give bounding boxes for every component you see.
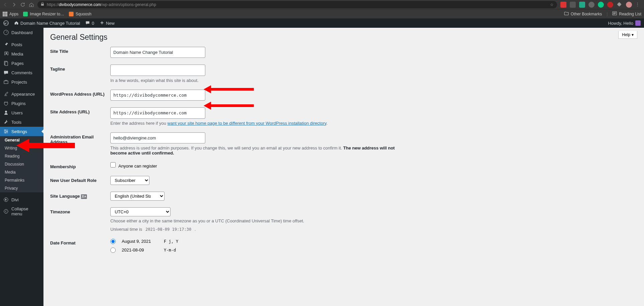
admin-email-desc: This address is used for admin purposes.… [110, 145, 411, 156]
submenu-reading[interactable]: Reading [0, 152, 43, 160]
bookmarks-bar: Apps Image Resizer to… Squoosh Other Boo… [0, 9, 644, 18]
date-format-radio-1[interactable] [110, 239, 116, 244]
star-icon[interactable]: ☆ [550, 2, 554, 7]
sidebar-settings[interactable]: Settings [0, 127, 43, 136]
date-format-opt1-code: F j, Y [162, 238, 180, 244]
membership-checkbox[interactable] [110, 162, 116, 168]
page-icon [3, 61, 9, 66]
submenu-discussion[interactable]: Discussion [0, 160, 43, 168]
home-button[interactable] [29, 2, 34, 7]
comments-link[interactable]: 0 [85, 20, 94, 26]
timezone-label: Timezone [50, 207, 110, 214]
submenu-general[interactable]: General [0, 136, 43, 144]
comment-icon [3, 70, 9, 75]
brush-icon [3, 91, 9, 97]
sidebar-comments[interactable]: Comments [0, 68, 43, 77]
reading-list[interactable]: Reading List [612, 11, 641, 16]
pin-icon [3, 42, 9, 47]
site-title-label: Site Title [50, 47, 110, 54]
reload-button[interactable] [20, 2, 25, 7]
user-icon [3, 110, 9, 115]
apps-button[interactable]: Apps [3, 12, 18, 16]
wp-logo[interactable] [3, 20, 9, 26]
extension-icon[interactable] [579, 2, 585, 8]
bookmark-squoosh[interactable]: Squoosh [69, 12, 91, 16]
language-select[interactable]: English (United States) [110, 192, 165, 201]
site-url-label: Site Address (URL) [50, 107, 110, 114]
dashboard-icon [3, 30, 9, 35]
sidebar-appearance[interactable]: Appearance [0, 89, 43, 99]
site-url-input[interactable] [110, 107, 205, 118]
site-name-link[interactable]: Domain Name Change Tutorial [14, 20, 80, 26]
universal-time: Universal time is 2021-08-09 19:17:30 . [110, 227, 411, 232]
date-format-opt2-label: 2021-08-09 [122, 247, 158, 252]
wrench-icon [3, 119, 9, 125]
list-icon [612, 11, 617, 16]
bookmark-favicon [69, 12, 74, 16]
submenu-writing[interactable]: Writing [0, 144, 43, 152]
wp-url-label: WordPress Address (URL) [50, 90, 110, 97]
wp-url-input[interactable] [110, 90, 205, 101]
tagline-desc: In a few words, explain what this site i… [110, 78, 411, 83]
media-icon [3, 51, 9, 57]
collapse-menu[interactable]: Collapse menu [0, 204, 43, 218]
chevron-down-icon: ▾ [632, 32, 634, 37]
date-format-label: Date Format [50, 238, 110, 245]
plugin-icon [3, 101, 9, 106]
default-role-label: New User Default Role [50, 176, 110, 183]
submenu-media[interactable]: Media [0, 168, 43, 176]
extension-icon[interactable] [598, 2, 604, 8]
new-link[interactable]: New [100, 20, 115, 26]
submenu-permalinks[interactable]: Permalinks [0, 176, 43, 184]
menu-icon[interactable]: ⋮ [635, 2, 641, 8]
extension-icon[interactable] [560, 2, 566, 8]
tagline-input[interactable] [110, 65, 205, 76]
bookmark-favicon [23, 12, 28, 16]
extension-icon[interactable] [588, 2, 595, 8]
divi-icon [3, 197, 9, 202]
sidebar-divi[interactable]: Divi [0, 195, 43, 204]
site-url-desc-link[interactable]: want your site home page to be different… [168, 121, 326, 126]
svg-point-12 [7, 131, 8, 132]
svg-point-15 [4, 209, 8, 213]
translate-icon: 文A [81, 194, 87, 199]
date-format-radio-2[interactable] [110, 247, 116, 253]
profile-icon[interactable] [626, 2, 632, 8]
default-role-select[interactable]: Subscriber [110, 176, 149, 185]
home-icon [14, 20, 19, 26]
timezone-select[interactable]: UTC+0 [110, 207, 171, 216]
sidebar-media[interactable]: Media [0, 49, 43, 59]
bookmark-image-resizer[interactable]: Image Resizer to… [23, 12, 64, 16]
other-bookmarks[interactable]: Other Bookmarks [564, 11, 602, 16]
svg-point-10 [5, 111, 7, 113]
wp-admin-bar: Domain Name Change Tutorial 0 New Howdy,… [0, 18, 644, 28]
sidebar-plugins[interactable]: Plugins [0, 99, 43, 108]
admin-email-input[interactable] [110, 132, 205, 143]
sidebar-pages[interactable]: Pages [0, 59, 43, 68]
membership-label: Membership [50, 162, 110, 169]
sidebar-dashboard[interactable]: Dashboard [0, 28, 43, 37]
main-content: General Settings Help ▾ Site Title Tagli… [43, 28, 644, 306]
comment-icon [85, 20, 90, 26]
sidebar-tools[interactable]: Tools [0, 117, 43, 127]
sidebar-users[interactable]: Users [0, 108, 43, 117]
sliders-icon [3, 129, 9, 134]
membership-checkbox-label[interactable]: Anyone can register [110, 164, 157, 169]
site-title-input[interactable] [110, 47, 205, 58]
sidebar-posts[interactable]: Posts [0, 40, 43, 49]
extensions-icon[interactable] [617, 2, 623, 8]
extension-icon[interactable] [607, 2, 613, 8]
sidebar-projects[interactable]: Projects [0, 77, 43, 87]
page-title: General Settings [50, 33, 107, 42]
extension-icon[interactable] [570, 2, 576, 8]
settings-submenu: General Writing Reading Discussion Media… [0, 136, 43, 192]
submenu-privacy[interactable]: Privacy [0, 184, 43, 192]
forward-button[interactable] [11, 2, 17, 7]
date-format-opt2-code: Y-m-d [162, 247, 178, 253]
help-tab[interactable]: Help ▾ [618, 31, 637, 39]
user-menu[interactable]: Howdy, Hello [608, 20, 641, 26]
svg-point-13 [5, 132, 6, 133]
back-button[interactable] [3, 2, 8, 7]
url-bar[interactable]: https://divibodycommerce.com/wp-admin/op… [37, 1, 557, 8]
svg-rect-9 [4, 81, 8, 84]
